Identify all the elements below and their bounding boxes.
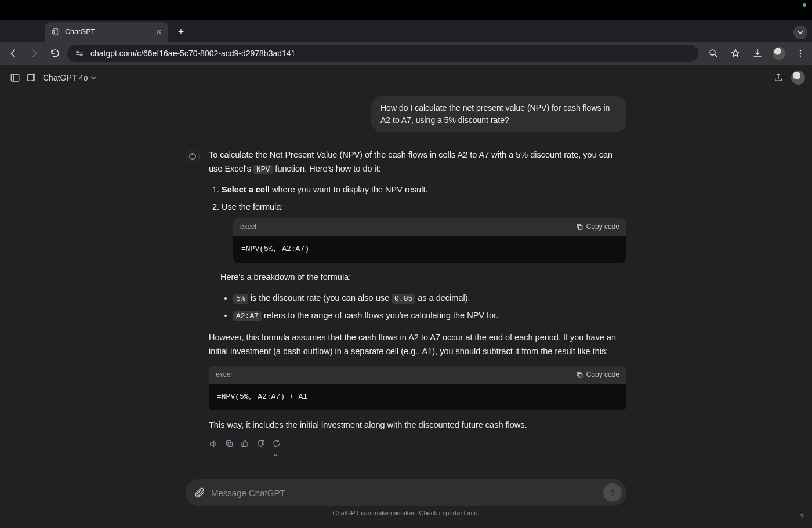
copy-label: Copy code	[586, 369, 619, 381]
svg-rect-14	[578, 225, 582, 230]
list-item: Use the formula: excel Copy code =NPV(5%…	[222, 201, 626, 263]
browser-menu-icon[interactable]	[793, 46, 807, 60]
zoom-icon[interactable]	[706, 46, 720, 60]
message-actions	[209, 439, 626, 462]
svg-rect-10	[11, 74, 19, 81]
user-message-text: How do I calculate the net present value…	[380, 103, 610, 125]
copy-icon	[576, 223, 583, 231]
tab-strip: ChatGPT ✕ +	[0, 20, 812, 42]
svg-point-8	[800, 53, 801, 54]
reload-button[interactable]	[46, 45, 64, 62]
new-chat-icon[interactable]	[23, 70, 39, 86]
svg-rect-19	[227, 440, 231, 445]
send-button[interactable]	[603, 483, 622, 502]
text: Here's a breakdown of the formula:	[220, 271, 626, 285]
code-language: excel	[240, 221, 576, 233]
disclaimer-text: ChatGPT can make mistakes. Check importa…	[186, 509, 626, 516]
user-message: How do I calculate the net present value…	[371, 96, 626, 132]
list-item: 5% is the discount rate (you can also us…	[233, 292, 626, 305]
attach-icon[interactable]	[194, 487, 205, 498]
status-dot	[803, 3, 806, 7]
copy-code-button[interactable]: Copy code	[576, 369, 619, 381]
copy-code-button[interactable]: Copy code	[576, 221, 619, 233]
bookmark-icon[interactable]	[728, 46, 742, 60]
composer[interactable]	[186, 479, 626, 506]
browser-tab[interactable]: ChatGPT ✕	[45, 22, 168, 42]
text: as a decimal).	[415, 293, 470, 303]
inline-code: 0.05	[392, 294, 415, 304]
copy-icon	[576, 371, 583, 378]
svg-rect-12	[27, 75, 34, 81]
back-button[interactable]	[5, 45, 22, 62]
text: function. Here's how to do it:	[273, 164, 381, 173]
text: where you want to display the NPV result…	[270, 185, 427, 194]
thumbs-down-icon[interactable]	[256, 439, 265, 462]
assistant-message: To calculate the Net Present Value (NPV)…	[186, 148, 626, 462]
thumbs-up-icon[interactable]	[241, 439, 249, 462]
conversation: How do I calculate the net present value…	[186, 96, 626, 462]
code-language: excel	[216, 369, 576, 381]
sidebar-toggle-icon[interactable]	[7, 70, 23, 86]
user-avatar[interactable]	[791, 71, 805, 85]
svg-point-9	[800, 55, 801, 56]
svg-point-0	[52, 28, 59, 35]
list-item: Select a cell where you want to display …	[222, 183, 626, 197]
browser-chrome: ChatGPT ✕ + chatgpt.com/c/66ef16ae-5c70-…	[0, 20, 812, 65]
chatgpt-favicon-icon	[51, 27, 60, 37]
text: This way, it includes the initial invest…	[209, 418, 626, 432]
text: Use the formula:	[222, 202, 283, 212]
close-tab-icon[interactable]: ✕	[155, 27, 162, 37]
code-content: =NPV(5%, A2:A7)	[233, 236, 626, 262]
svg-point-13	[190, 154, 196, 160]
assistant-avatar-icon	[186, 150, 200, 163]
code-block: excel Copy code =NPV(5%, A2:A7)	[233, 218, 626, 263]
downloads-icon[interactable]	[751, 46, 764, 60]
regenerate-icon[interactable]	[272, 439, 281, 462]
code-content: =NPV(5%, A2:A7) + A1	[209, 384, 626, 410]
text: refers to the range of cash flows you're…	[262, 311, 498, 320]
svg-rect-15	[577, 224, 581, 228]
inline-code: 5%	[233, 294, 248, 304]
site-settings-icon[interactable]	[74, 48, 85, 59]
svg-rect-18	[228, 442, 233, 447]
chatgpt-app: ChatGPT 4o How do I calculate the net pr…	[0, 65, 812, 528]
model-selector[interactable]: ChatGPT 4o	[43, 73, 96, 82]
inline-code: NPV	[253, 165, 273, 174]
message-input[interactable]	[211, 488, 597, 498]
svg-rect-16	[578, 373, 582, 377]
url-text: chatgpt.com/c/66ef16ae-5c70-8002-acd9-d2…	[90, 49, 691, 58]
profile-avatar[interactable]	[773, 47, 785, 60]
app-header: ChatGPT 4o	[0, 65, 812, 90]
forward-button[interactable]	[26, 45, 43, 62]
text: is the discount rate (you can also use	[248, 293, 392, 303]
text: However, this formula assumes that the c…	[209, 331, 626, 359]
list-item: A2:A7 refers to the range of cash flows …	[233, 309, 626, 323]
svg-point-7	[800, 50, 801, 51]
tab-overflow-button[interactable]	[793, 26, 807, 39]
copy-message-icon[interactable]	[225, 439, 234, 462]
copy-label: Copy code	[586, 221, 619, 233]
assistant-body: To calculate the Net Present Value (NPV)…	[209, 148, 626, 462]
help-button[interactable]: ?	[800, 512, 804, 521]
svg-line-6	[715, 54, 717, 57]
composer-area: ChatGPT can make mistakes. Check importa…	[186, 479, 626, 516]
chevron-down-icon	[90, 75, 96, 81]
tab-title: ChatGPT	[65, 28, 151, 36]
read-aloud-icon[interactable]	[209, 439, 218, 462]
svg-rect-17	[577, 372, 581, 376]
new-tab-button[interactable]: +	[173, 24, 189, 40]
code-block: excel Copy code =NPV(5%, A2:A7) + A1	[209, 366, 626, 410]
text: Select a cell	[222, 185, 270, 194]
url-field[interactable]: chatgpt.com/c/66ef16ae-5c70-8002-acd9-d2…	[67, 45, 698, 62]
svg-point-5	[710, 50, 715, 55]
address-bar: chatgpt.com/c/66ef16ae-5c70-8002-acd9-d2…	[0, 42, 812, 65]
os-menubar	[0, 0, 812, 20]
model-name: ChatGPT 4o	[43, 73, 88, 82]
inline-code: A2:A7	[233, 311, 262, 321]
share-icon[interactable]	[770, 70, 786, 86]
